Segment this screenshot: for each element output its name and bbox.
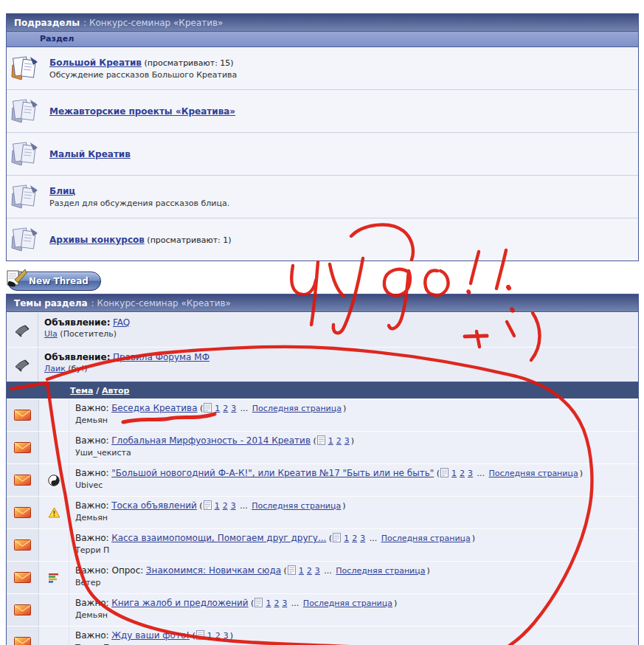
- yinyang-icon: [39, 464, 69, 496]
- subforum-link[interactable]: Большой Креатив: [49, 58, 142, 68]
- pagination: ( 123 ... Последняя страница): [329, 534, 475, 543]
- sort-by-topic-link[interactable]: Тема: [70, 386, 93, 396]
- new-thread-button-label: New Thread: [29, 276, 89, 286]
- megaphone-icon: [7, 348, 38, 382]
- forum-page: Подразделы : Конкурс-семинар «Креатив» Р…: [0, 0, 644, 645]
- page-link[interactable]: 2: [336, 436, 342, 446]
- thread-prefix: Важно:: [75, 500, 109, 511]
- page-link[interactable]: 3: [231, 404, 236, 413]
- announcement-content: Объявление: FAQUla (Посетитель): [38, 313, 136, 347]
- last-page-link[interactable]: Последняя страница: [303, 599, 392, 608]
- content-column: Подразделы : Конкурс-семинар «Креатив» Р…: [6, 13, 639, 645]
- thread-row: Важно: "Большой новогодний Ф-А-К!", или …: [7, 463, 638, 496]
- page-link[interactable]: 2: [307, 566, 312, 576]
- subforum-content: Межавторские проекты «Креатива»: [44, 103, 241, 120]
- thread-content: Важно: Книга жалоб и предложений ( 123 .…: [69, 594, 638, 626]
- page-link[interactable]: 3: [468, 469, 473, 478]
- last-page-link[interactable]: Последняя страница: [381, 534, 471, 543]
- thread-author: Терри П: [75, 545, 631, 555]
- thread-title-link[interactable]: "Большой новогодний Ф-А-К!", или Креатив…: [111, 468, 434, 478]
- subforum-content: Архивы конкурсов (просматривают: 1): [44, 232, 238, 248]
- thread-row: Важно: Тоска объявлений ( 123 ... Послед…: [7, 496, 638, 528]
- page-link[interactable]: 1: [451, 469, 457, 478]
- subforum-link[interactable]: Блиц: [49, 186, 75, 196]
- pagination: ( 123): [193, 631, 234, 641]
- subforum-description: Обсуждение рассказов Большого Креатива: [49, 70, 237, 80]
- subforum-row: Малый Креатив: [7, 132, 638, 175]
- thread-title-link[interactable]: Беседка Креатива: [111, 403, 197, 413]
- page-link[interactable]: 3: [231, 501, 236, 511]
- pagination: ( 123 ... Последняя страница): [437, 469, 583, 478]
- multipage-icon: [196, 630, 204, 642]
- announcement-rows: Объявление: FAQUla (Посетитель) Объявлен…: [7, 312, 638, 382]
- announcement-link[interactable]: FAQ: [113, 317, 130, 328]
- last-page-link[interactable]: Последняя страница: [489, 469, 578, 478]
- subforums-subtitle: : Конкурс-семинар «Креатив»: [83, 18, 223, 28]
- page-link[interactable]: 1: [266, 599, 271, 608]
- page-link[interactable]: 3: [282, 599, 287, 608]
- thread-title-link[interactable]: Касса взаимопомощи, Помогаем друг другу.…: [111, 533, 326, 543]
- empty-status-cell: [39, 399, 69, 431]
- page-link[interactable]: 2: [274, 599, 279, 608]
- thread-title-link[interactable]: Книга жалоб и предложений: [111, 598, 248, 608]
- hot-envelope-icon: [7, 464, 39, 496]
- subforum-link[interactable]: Малый Креатив: [49, 149, 131, 159]
- subforum-link[interactable]: Архивы конкурсов: [49, 235, 145, 245]
- hot-envelope-icon: [7, 497, 39, 528]
- page-link[interactable]: 2: [352, 534, 357, 543]
- page-link[interactable]: 2: [223, 404, 228, 413]
- thread-author: Ubivec: [75, 480, 631, 490]
- subforum-content: БлицРаздел для обсуждения рассказов блиц…: [44, 183, 235, 211]
- thread-row: Важно: Жду ваши фото! ( 123)Терри П: [7, 626, 638, 645]
- page-link[interactable]: 1: [344, 534, 349, 543]
- page-link[interactable]: 3: [360, 534, 365, 543]
- last-page-link[interactable]: Последняя страница: [252, 501, 341, 511]
- page-link[interactable]: 2: [460, 469, 465, 478]
- subforum-viewers: (просматривают: 1): [147, 235, 231, 245]
- announcement-content: Объявление: Правила Форума МФЛаик (бу!): [38, 348, 215, 382]
- multipage-icon: [440, 468, 449, 480]
- threads-subtitle: : Конкурс-семинар «Креатив»: [91, 298, 231, 308]
- threads-title: Темы раздела: [14, 298, 88, 308]
- subforum-rows: Большой Креатив (просматривают: 15)Обсуж…: [7, 47, 638, 261]
- page-link[interactable]: 3: [315, 566, 320, 576]
- thread-row: Важно: Касса взаимопомощи, Помогаем друг…: [7, 528, 638, 561]
- page-link[interactable]: 1: [215, 501, 220, 511]
- forum-old-icon: [7, 184, 44, 210]
- subforum-row: Архивы конкурсов (просматривают: 1): [7, 218, 638, 261]
- page-link[interactable]: 3: [224, 631, 229, 641]
- page-link[interactable]: 2: [223, 501, 228, 511]
- page-link[interactable]: 3: [344, 436, 350, 446]
- thread-author: Ветер: [75, 578, 631, 587]
- pagination: ( 123 ... Последняя страница): [284, 566, 430, 576]
- subforum-row: Большой Креатив (просматривают: 15)Обсуж…: [7, 47, 638, 89]
- announcement-link[interactable]: Правила Форума МФ: [113, 352, 210, 362]
- hot-envelope-icon: [7, 562, 39, 593]
- subforums-header: Подразделы : Конкурс-семинар «Креатив»: [7, 14, 638, 32]
- announcement-author-link[interactable]: Лаик: [44, 364, 66, 373]
- thread-title-link[interactable]: Тоска объявлений: [111, 500, 197, 511]
- page-link[interactable]: 1: [299, 566, 304, 576]
- announcement-author-link[interactable]: Ula: [44, 329, 58, 339]
- announcement-author-suffix: (Посетитель): [60, 329, 117, 339]
- last-page-link[interactable]: Последняя страница: [252, 404, 342, 413]
- multipage-icon: [333, 533, 341, 545]
- page-link[interactable]: 2: [215, 631, 221, 641]
- thread-title-link[interactable]: Знакомимся: Новичкам сюда: [146, 565, 281, 576]
- thread-prefix: Важно: Опрос:: [75, 565, 143, 576]
- sort-by-author-link[interactable]: Автор: [102, 386, 129, 396]
- hot-envelope-icon: [7, 399, 39, 431]
- announcement-author-suffix: (бу!): [68, 364, 87, 373]
- warning-icon: [39, 497, 69, 528]
- subforum-link[interactable]: Межавторские проекты «Креатива»: [49, 106, 235, 117]
- page-link[interactable]: 1: [207, 631, 212, 641]
- last-page-link[interactable]: Последняя страница: [336, 566, 425, 576]
- thread-prefix: Важно:: [75, 630, 109, 641]
- thread-title-link[interactable]: Жду ваши фото!: [111, 630, 190, 641]
- announcement-row: Объявление: Правила Форума МФЛаик (бу!): [7, 347, 638, 382]
- page-link[interactable]: 1: [215, 404, 220, 413]
- subforums-column-header: Раздел: [7, 32, 638, 47]
- page-link[interactable]: 1: [328, 436, 333, 446]
- thread-title-link[interactable]: Глобальная Мирфуозность - 2014 Креатив: [111, 435, 311, 446]
- new-thread-button[interactable]: New Thread: [7, 272, 101, 291]
